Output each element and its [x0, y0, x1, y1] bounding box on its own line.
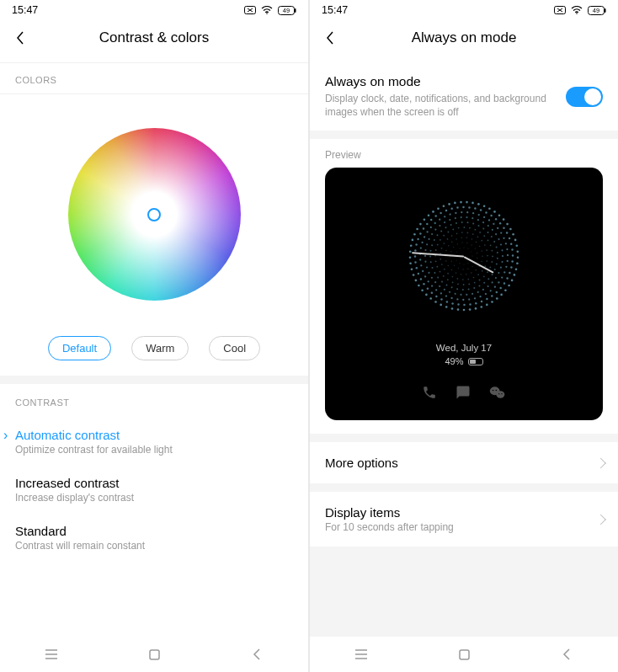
svg-point-170 — [428, 272, 429, 274]
svg-point-288 — [511, 249, 513, 251]
svg-point-45 — [461, 274, 462, 275]
svg-point-132 — [434, 272, 435, 274]
back-button[interactable] — [317, 30, 344, 45]
phone-icon — [422, 385, 437, 400]
svg-point-324 — [432, 211, 434, 213]
svg-point-264 — [414, 250, 416, 252]
preset-warm[interactable]: Warm — [131, 336, 189, 360]
svg-point-209 — [435, 290, 437, 291]
aod-battery: 49% — [445, 356, 482, 366]
svg-point-81 — [467, 232, 469, 234]
svg-point-310 — [418, 285, 420, 287]
svg-point-351 — [500, 294, 503, 296]
nav-back[interactable] — [555, 643, 578, 666]
svg-point-44 — [466, 274, 467, 275]
svg-point-215 — [419, 259, 421, 261]
svg-point-205 — [456, 299, 458, 301]
svg-point-160 — [477, 291, 479, 293]
back-button[interactable] — [7, 30, 34, 45]
standard-title: Standard — [15, 524, 293, 538]
svg-point-98 — [443, 275, 445, 277]
svg-point-148 — [482, 228, 484, 230]
svg-point-317 — [410, 245, 413, 248]
nav-back[interactable] — [245, 643, 269, 666]
svg-point-176 — [429, 238, 430, 240]
svg-point-348 — [511, 280, 514, 282]
svg-rect-362 — [460, 650, 469, 659]
svg-point-306 — [434, 301, 437, 304]
svg-point-257 — [427, 288, 429, 290]
svg-point-318 — [412, 239, 414, 242]
svg-point-268 — [423, 228, 424, 230]
svg-point-111 — [469, 227, 471, 229]
svg-point-283 — [499, 222, 501, 224]
always-on-toggle[interactable] — [566, 87, 603, 107]
contrast-item-automatic[interactable]: Automatic contrast Optimize contrast for… — [0, 418, 308, 466]
svg-point-100 — [436, 266, 438, 268]
svg-point-175 — [426, 244, 428, 246]
svg-point-285 — [506, 232, 508, 234]
svg-point-119 — [491, 261, 493, 263]
svg-point-328 — [454, 202, 456, 205]
svg-point-321 — [419, 223, 422, 226]
svg-point-64 — [477, 275, 479, 276]
svg-point-230 — [478, 214, 480, 216]
svg-point-153 — [497, 252, 498, 253]
svg-point-60 — [481, 251, 482, 253]
svg-point-322 — [424, 219, 426, 221]
svg-point-91 — [479, 280, 481, 281]
svg-point-236 — [503, 237, 504, 239]
more-options-item[interactable]: More options — [310, 442, 618, 483]
svg-point-249 — [469, 304, 471, 306]
color-cursor[interactable] — [147, 208, 161, 221]
aod-preview[interactable]: Wed, July 17 49% — [325, 168, 603, 420]
svg-point-341 — [514, 239, 517, 242]
svg-point-222 — [434, 222, 436, 224]
preset-default[interactable]: Default — [48, 336, 111, 360]
svg-point-72 — [441, 264, 443, 266]
svg-point-92 — [474, 282, 476, 284]
divider — [310, 483, 618, 492]
svg-point-34 — [457, 244, 458, 245]
color-wheel[interactable] — [68, 128, 241, 301]
svg-point-243 — [501, 277, 503, 279]
contrast-item-increased[interactable]: Increased contrast Increase display's co… — [0, 466, 308, 514]
svg-point-274 — [450, 208, 452, 210]
svg-point-278 — [474, 208, 476, 210]
svg-point-55 — [461, 237, 462, 239]
svg-point-308 — [425, 294, 428, 296]
svg-point-239 — [507, 254, 509, 256]
nav-recents[interactable] — [349, 643, 373, 666]
svg-point-237 — [505, 243, 507, 245]
svg-point-131 — [437, 277, 439, 279]
svg-point-40 — [481, 261, 482, 263]
svg-point-14 — [463, 264, 464, 265]
svg-point-169 — [431, 277, 433, 279]
svg-point-182 — [455, 217, 456, 219]
svg-point-71 — [444, 269, 445, 270]
display-items-item[interactable]: Display items For 10 seconds after tappi… — [310, 492, 618, 547]
svg-point-120 — [489, 267, 491, 269]
svg-point-180 — [444, 221, 445, 223]
svg-point-32 — [450, 251, 451, 252]
svg-point-154 — [497, 258, 498, 259]
svg-point-271 — [434, 216, 436, 217]
svg-point-134 — [430, 262, 432, 264]
nav-home[interactable] — [142, 643, 166, 666]
svg-point-302 — [457, 309, 460, 312]
preset-cool[interactable]: Cool — [209, 336, 260, 360]
svg-point-36 — [466, 243, 467, 243]
svg-point-147 — [478, 225, 480, 227]
nav-recents[interactable] — [40, 643, 63, 666]
svg-point-85 — [484, 245, 486, 247]
automatic-contrast-sub: Optimize contrast for available light — [15, 444, 293, 456]
svg-point-200 — [485, 293, 487, 295]
contrast-item-standard[interactable]: Standard Contrast will remain constant — [0, 514, 308, 562]
svg-point-127 — [456, 289, 458, 291]
svg-point-25 — [471, 266, 472, 267]
svg-point-130 — [441, 281, 443, 283]
svg-point-199 — [492, 282, 493, 284]
nav-home[interactable] — [452, 643, 476, 666]
svg-point-250 — [463, 304, 465, 306]
svg-point-314 — [409, 263, 412, 265]
